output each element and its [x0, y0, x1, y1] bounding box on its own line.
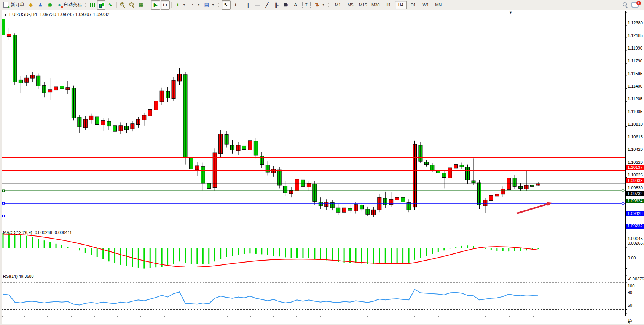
cursor-icon: ↖ [223, 2, 229, 8]
chart-title-symbol: EURUSD-,H4 [9, 12, 37, 17]
equidistant-channel-icon: ∥E [274, 2, 280, 8]
arrows-icon: ⇅ [314, 2, 320, 8]
periods-icon: ◔ [189, 2, 195, 8]
support-line-blue-1-price-label: 1.09428 [626, 211, 644, 216]
new-order-button-label: 新订单 [11, 2, 24, 8]
support-line-blue-2-price-label: 1.09232 [626, 224, 644, 229]
price-axis-label: 1.10810 [628, 122, 643, 126]
price-axis-label: 1.10025 [628, 173, 643, 177]
annotation-arrow-head[interactable] [547, 202, 552, 207]
support-line-green-handle[interactable] [622, 190, 624, 192]
new-order-icon [3, 2, 8, 8]
toolbar-separator [116, 2, 117, 8]
rsi-line [3, 290, 538, 305]
navigator-button[interactable]: ◉ [45, 0, 54, 10]
cursor-button[interactable]: ↖ [222, 0, 231, 10]
tile-windows-button[interactable]: ▦ [137, 0, 146, 10]
fibonacci-button[interactable]: ≣F [282, 0, 291, 10]
timeframe-button-w1[interactable]: W1 [420, 1, 432, 9]
market-watch-button[interactable]: ♟ [36, 0, 45, 10]
periods-button[interactable]: ◔▼ [188, 0, 202, 10]
toolbar: 新订单◆♟◉●自动交易∿+−▦▶↦+▼◔▼▤▼↖+|—╱∥E≣FAT⇅▼M1M5… [0, 0, 644, 10]
timeframe-button-mn[interactable]: MN [432, 1, 445, 9]
macd-label: MACD(12,26,9) [3, 230, 32, 235]
price-axis-label: 1.10615 [628, 134, 643, 139]
crosshair-icon: + [233, 2, 239, 8]
chart-window: ▼EURUSD-,H4 1.09730 1.09745 1.09707 1.09… [0, 10, 644, 325]
support-line-blue-1-handle[interactable] [3, 202, 5, 204]
price-axis-label: 1.12185 [628, 33, 643, 38]
text-button[interactable]: A [291, 0, 300, 10]
timeframe-button-d1[interactable]: D1 [407, 1, 419, 9]
zoom-in-icon: + [120, 2, 126, 8]
trendline-icon: ╱ [264, 2, 270, 8]
price-chart [0, 10, 644, 325]
price-axis-label: 1.11205 [628, 96, 642, 101]
rsi-axis-label: 100 [628, 283, 634, 288]
market-watch-icon: ♟ [37, 2, 43, 8]
profiles-icon: ◆ [28, 2, 34, 8]
rsi-axis-label: 50 [628, 303, 632, 307]
price-axis-label: 1.11005 [628, 109, 642, 114]
price-axis-label: 1.10220 [628, 160, 643, 165]
new-order-button[interactable]: 新订单 [2, 0, 26, 10]
profiles-button[interactable]: ◆ [26, 0, 35, 10]
rsi-header: RSI(14) 49.3588 [3, 274, 34, 279]
zoom-out-button[interactable]: − [128, 0, 136, 10]
price-axis-label: 1.09830 [628, 186, 643, 190]
timeframe-button-m5[interactable]: M5 [344, 1, 357, 9]
toolbar-grip [218, 2, 220, 8]
auto-scroll-icon: ▶ [153, 2, 159, 8]
chat-button[interactable]: 1 [630, 0, 642, 10]
chevron-down-icon: ▼ [212, 3, 215, 6]
price-axis-label: 1.11595 [628, 71, 642, 76]
annotation-arrow-line[interactable] [517, 203, 549, 213]
vertical-line-icon: | [245, 2, 251, 8]
crosshair-button[interactable]: + [231, 0, 240, 10]
fibonacci-icon: ≣F [283, 2, 289, 8]
trendline-button[interactable]: ╱ [263, 0, 272, 10]
support-line-green-handle[interactable] [3, 190, 5, 192]
timeframe-button-m1[interactable]: M1 [332, 1, 344, 9]
chevron-down-icon: ▼ [183, 3, 186, 6]
navigator-icon: ◉ [47, 2, 53, 8]
search-button[interactable] [621, 0, 630, 10]
toolbar-grip [148, 2, 149, 8]
horizontal-line-icon: — [255, 2, 261, 8]
timeframe-button-h1[interactable]: H1 [382, 1, 394, 9]
symbol-dropdown-icon[interactable]: ▼ [4, 13, 7, 17]
chevron-down-icon: ▼ [197, 3, 200, 6]
auto-scroll-button[interactable]: ▶ [151, 0, 160, 10]
support-line-blue-2-handle[interactable] [622, 215, 624, 217]
horizontal-line-button[interactable]: — [253, 0, 262, 10]
arrows-button[interactable]: ⇅▼ [312, 0, 327, 10]
support-line-blue-1-handle[interactable] [622, 202, 624, 204]
timeframe-button-m15[interactable]: M15 [357, 1, 369, 9]
support-line-blue-2-handle[interactable] [3, 215, 5, 217]
line-chart-button[interactable]: ∿ [106, 0, 115, 10]
candlestick-chart-button[interactable] [97, 0, 105, 10]
text-label-button[interactable]: T [301, 0, 312, 10]
macd-header: MACD(12,26,9) -0.000268 -0.000411 [3, 230, 72, 235]
timeframe-button-m30[interactable]: M30 [370, 1, 382, 9]
indicators-button[interactable]: +▼ [173, 0, 187, 10]
bar-chart-button[interactable] [89, 0, 97, 10]
autotrading-button[interactable]: ●自动交易 [55, 0, 83, 10]
text-icon: A [293, 2, 299, 8]
vertical-line-button[interactable]: | [244, 0, 253, 10]
chart-title-ohlc: 1.09730 1.09745 1.09707 1.09732 [40, 12, 110, 17]
zoom-in-button[interactable]: + [118, 0, 127, 10]
resistance-line-2-price-label: 1.09933 [626, 178, 644, 183]
timeframe-button-h4[interactable]: H4 [395, 1, 407, 9]
templates-button[interactable]: ▤▼ [202, 0, 216, 10]
chart-shift-button[interactable]: ↦ [161, 0, 170, 10]
current-price-line-price-label: 1.09732 [626, 191, 644, 196]
macd-axis-label: 0.002657 [628, 241, 644, 245]
price-axis-label: 1.09045 [628, 236, 643, 241]
resistance-line-1-price-label: 1.10137 [626, 165, 644, 170]
search-icon [622, 2, 628, 8]
equidistant-channel-button[interactable]: ∥E [272, 0, 281, 10]
price-axis-label: 1.11790 [628, 59, 642, 63]
price-axis-label: 1.10420 [628, 147, 643, 152]
chat-icon: 1 [631, 2, 639, 8]
